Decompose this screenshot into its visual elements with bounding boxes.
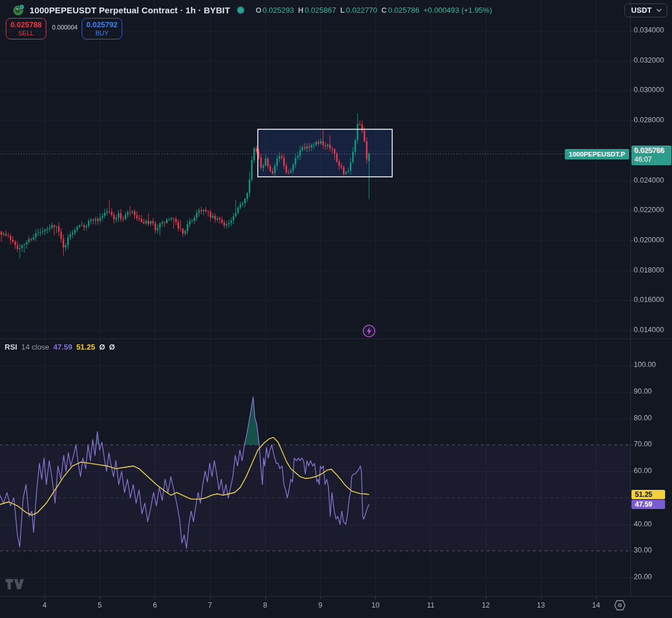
- sell-label: SELL: [6, 30, 46, 37]
- bar-countdown: 46:07: [634, 155, 671, 163]
- lightning-icon[interactable]: [362, 324, 376, 338]
- ohlc-low-label: L: [340, 6, 345, 14]
- time-axis-label: 12: [482, 601, 490, 609]
- time-axis-label: 13: [537, 601, 545, 609]
- rsi-hide-icon[interactable]: Ø: [99, 343, 105, 351]
- rsi-params: 14 close: [21, 343, 49, 351]
- rsi-ma-axis-label: 51.25: [631, 490, 665, 499]
- price-axis-tick: 0.026000: [634, 146, 664, 154]
- rsi-axis-tick: 40.00: [634, 520, 652, 528]
- time-axis-label: 5: [98, 601, 102, 609]
- buy-button[interactable]: 0.025792 BUY: [82, 18, 122, 39]
- rsi-axis-tick: 80.00: [634, 414, 652, 422]
- rsi-axis-tick: 90.00: [634, 387, 652, 395]
- tradingview-watermark-logo: [5, 577, 24, 591]
- time-axis-label: 11: [427, 601, 434, 609]
- price-axis-tick: 0.024000: [634, 176, 664, 184]
- price-axis-tick: 0.020000: [634, 236, 664, 244]
- ohlc-open-label: O: [255, 6, 261, 14]
- rsi-axis-tick: 20.00: [634, 573, 652, 581]
- price-axis-tick: 0.022000: [634, 206, 664, 214]
- time-axis-label: 4: [43, 601, 47, 609]
- time-axis-label: 7: [208, 601, 212, 609]
- time-axis-label: 6: [153, 601, 157, 609]
- ohlc-open-value: 0.025293: [262, 6, 294, 14]
- symbol-price-badge: 1000PEPEUSDT.P: [565, 149, 629, 159]
- time-axis-label: 8: [263, 601, 267, 609]
- symbol-legend: 1000PEPEUSDT Perpetual Contract · 1h · B…: [13, 3, 492, 16]
- sell-price: 0.025788: [6, 20, 46, 29]
- rsi-value-axis-label: 47.59: [631, 500, 665, 509]
- price-axis-tick: 0.018000: [634, 266, 664, 274]
- price-axis-tick: 0.030000: [634, 86, 664, 94]
- spread-value: 0.000004: [49, 24, 81, 31]
- ohlc-change-value: +0.000493 (+1.95%): [423, 6, 492, 14]
- symbol-title[interactable]: 1000PEPEUSDT Perpetual Contract · 1h · B…: [30, 5, 230, 15]
- ohlc-high-value: 0.025867: [305, 6, 336, 14]
- rsi-axis-tick: 70.00: [634, 440, 652, 448]
- symbol-logo-icon: [13, 4, 25, 16]
- buy-price: 0.025792: [82, 20, 122, 29]
- ohlc-high-label: H: [298, 6, 304, 14]
- price-axis-tick: 0.032000: [634, 56, 664, 64]
- buy-label: BUY: [82, 30, 122, 37]
- rsi-ma-value: 51.25: [76, 343, 96, 351]
- rsi-title: RSI: [5, 343, 17, 351]
- price-axis-tick: 0.034000: [634, 26, 664, 34]
- price-axis-tick: 0.014000: [634, 326, 664, 334]
- trading-chart-window: 1000PEPEUSDT Perpetual Contract · 1h · B…: [0, 0, 672, 618]
- price-axis-tick: 0.016000: [634, 296, 664, 304]
- ohlc-low-value: 0.022770: [346, 6, 377, 14]
- rsi-more-icon[interactable]: Ø: [109, 343, 115, 351]
- sell-button[interactable]: 0.025788 SELL: [6, 18, 46, 39]
- ohlc-readout: O0.025293 H0.025867 L0.022770 C0.025786 …: [251, 6, 492, 14]
- price-axis-tick: 0.028000: [634, 116, 664, 124]
- ohlc-close-label: C: [381, 6, 386, 14]
- time-axis-label: 9: [319, 601, 323, 609]
- axis-settings-icon[interactable]: [612, 599, 627, 612]
- market-status-dot-icon[interactable]: [237, 6, 244, 14]
- rsi-value: 47.59: [53, 343, 72, 351]
- time-axis-label: 10: [371, 601, 379, 609]
- rsi-axis-tick: 60.00: [634, 467, 652, 475]
- time-axis-label: 14: [592, 601, 600, 609]
- rsi-legend: RSI 14 close 47.59 51.25 Ø Ø: [5, 343, 115, 351]
- ohlc-close-value: 0.025786: [388, 6, 419, 14]
- rsi-axis-tick: 30.00: [634, 546, 652, 554]
- rsi-axis-tick: 100.00: [634, 361, 656, 369]
